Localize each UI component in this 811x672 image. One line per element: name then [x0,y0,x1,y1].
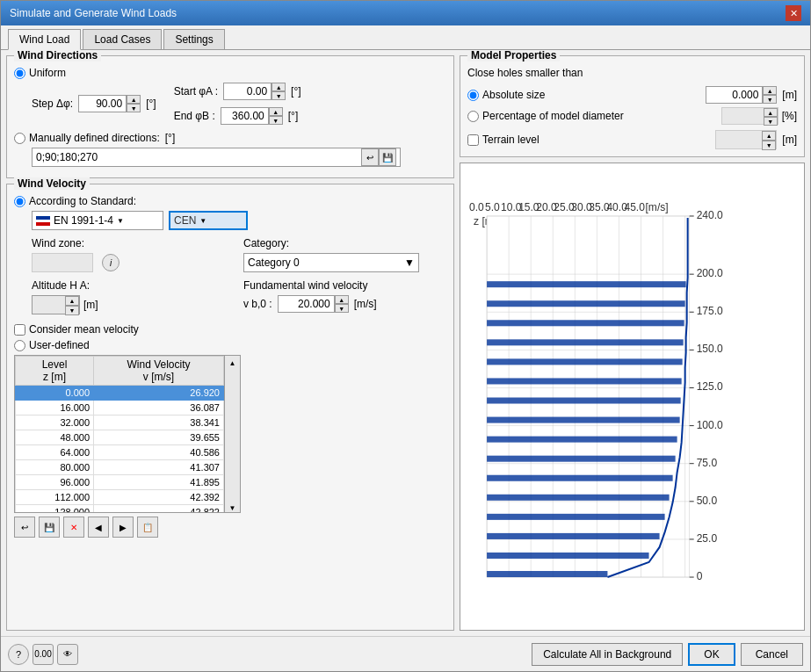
percentage-radio[interactable] [467,111,479,122]
vb0-spin[interactable]: ▲ ▼ [278,295,349,313]
svg-rect-37 [487,495,670,501]
user-defined-radio[interactable] [14,340,25,351]
svg-rect-45 [487,339,684,345]
eye-button[interactable]: 👁 [57,644,78,665]
vb0-down[interactable]: ▼ [335,304,349,313]
svg-text:5.0: 5.0 [485,201,500,213]
info-button[interactable]: 0.00 [33,644,54,665]
svg-rect-42 [487,398,681,404]
cen-dropdown-arrow: ▼ [199,217,206,225]
svg-rect-36 [487,514,665,520]
zone-info-button[interactable]: i [102,254,119,271]
start-down[interactable]: ▼ [272,91,286,100]
tab-settings[interactable]: Settings [163,29,224,49]
end-up[interactable]: ▲ [269,107,283,116]
svg-rect-35 [487,533,660,539]
manual-save-button[interactable]: 💾 [379,148,396,166]
vb0-input[interactable] [278,295,335,313]
abs-down[interactable]: ▼ [763,95,777,104]
percentage-radio-label[interactable]: Percentage of model diameter [467,110,624,122]
manual-row: Manually defined directions: [°] [14,132,446,144]
left-panel: Wind Directions Uniform Step Δφ: [6,55,454,631]
step-spin[interactable]: ▲ ▼ [78,95,141,112]
altitude-input[interactable]: ▲ ▼ [32,295,80,314]
user-defined-radio-label[interactable]: User-defined [14,339,90,351]
manual-radio[interactable] [14,133,25,144]
absolute-size-radio[interactable] [467,90,479,101]
vb0-up[interactable]: ▲ [335,295,349,304]
terrain-up[interactable]: ▲ [762,131,776,141]
svg-text:200.0: 200.0 [697,267,723,279]
velocity-table[interactable]: Level z [m] Wind Velocity v [m/s] [14,355,225,513]
standard-radio[interactable] [14,196,25,207]
close-button[interactable]: ✕ [786,5,801,21]
step-up[interactable]: ▲ [127,95,141,104]
save-button[interactable]: 💾 [39,517,60,538]
svg-text:45.0: 45.0 [624,201,645,213]
copy-button[interactable]: 📋 [137,517,158,538]
zone-input[interactable] [32,253,93,272]
table-row[interactable]: 96.00041.895 [16,475,224,490]
end-down[interactable]: ▼ [269,116,283,125]
standard-select[interactable]: EN 1991-1-4 ▼ [32,211,163,230]
cen-select[interactable]: CEN ▼ [169,211,248,230]
terrain-checkbox[interactable] [467,134,479,146]
table-row[interactable]: 16.00036.087 [16,401,224,415]
start-spin[interactable]: ▲ ▼ [223,83,286,100]
help-button[interactable]: ? [8,644,29,665]
category-dropdown[interactable]: Category 0 ▼ [243,253,419,272]
eu-flag-icon [36,216,50,226]
terrain-input: ▲ ▼ [715,130,777,149]
step-down[interactable]: ▼ [127,104,141,112]
svg-rect-38 [487,475,673,481]
table-scrollbar[interactable]: ▲ ▼ [225,355,241,513]
end-input[interactable] [221,107,269,125]
table-row[interactable]: 0.00026.920 [16,386,224,401]
delete-button[interactable]: ✕ [63,517,84,538]
mean-velocity-label[interactable]: Consider mean velocity [14,323,139,336]
close-holes-label: Close holes smaller than [467,67,797,79]
svg-rect-48 [487,281,686,287]
table-row[interactable]: 32.00038.341 [16,415,224,430]
pct-down[interactable]: ▼ [764,117,778,126]
end-spin[interactable]: ▲ ▼ [221,107,283,125]
calculate-background-button[interactable]: Calculate All in Background [532,643,683,666]
uniform-radio[interactable] [14,68,25,79]
svg-rect-40 [487,437,677,443]
cancel-button[interactable]: Cancel [741,643,803,666]
table-row[interactable]: 112.00042.392 [16,490,224,505]
svg-rect-43 [487,378,682,384]
table-row[interactable]: 128.00042.822 [16,505,224,514]
absolute-size-radio-label[interactable]: Absolute size [467,89,545,101]
pct-up[interactable]: ▲ [764,108,778,117]
percentage-input: ▲ ▼ [721,107,778,125]
manual-radio-label[interactable]: Manually defined directions: [14,132,160,144]
start-input[interactable] [223,83,272,100]
altitude-down[interactable]: ▼ [65,306,79,315]
table-row[interactable]: 64.00040.586 [16,445,224,460]
ok-button[interactable]: OK [688,643,735,666]
wind-directions-group: Wind Directions Uniform Step Δφ: [6,55,454,178]
standard-radio-label[interactable]: According to Standard: [14,195,136,207]
mean-velocity-checkbox[interactable] [14,324,25,336]
tab-wind-load[interactable]: Wind Load [8,29,81,50]
altitude-up[interactable]: ▲ [65,296,79,306]
manual-back-button[interactable]: ↩ [361,148,379,166]
undo-button[interactable]: ↩ [14,517,35,538]
terrain-down[interactable]: ▼ [762,141,776,150]
table-row[interactable]: 80.00041.307 [16,460,224,475]
tab-load-cases[interactable]: Load Cases [83,29,162,49]
uniform-radio-label[interactable]: Uniform [14,67,66,79]
step-input[interactable] [78,95,127,112]
table-row[interactable]: 48.00039.655 [16,430,224,445]
standard-dropdown-arrow: ▼ [117,217,124,225]
terrain-level-label[interactable]: Terrain level [467,134,539,146]
absolute-size-input[interactable] [706,86,763,104]
absolute-size-spin[interactable]: ▲ ▼ [706,86,777,104]
move-down-button[interactable]: ▶ [112,517,134,538]
start-up[interactable]: ▲ [272,83,286,91]
move-up-button[interactable]: ◀ [88,517,109,538]
model-properties-group: Model Properties Close holes smaller tha… [460,55,805,157]
svg-text:50.0: 50.0 [697,495,718,507]
abs-up[interactable]: ▲ [763,86,777,95]
